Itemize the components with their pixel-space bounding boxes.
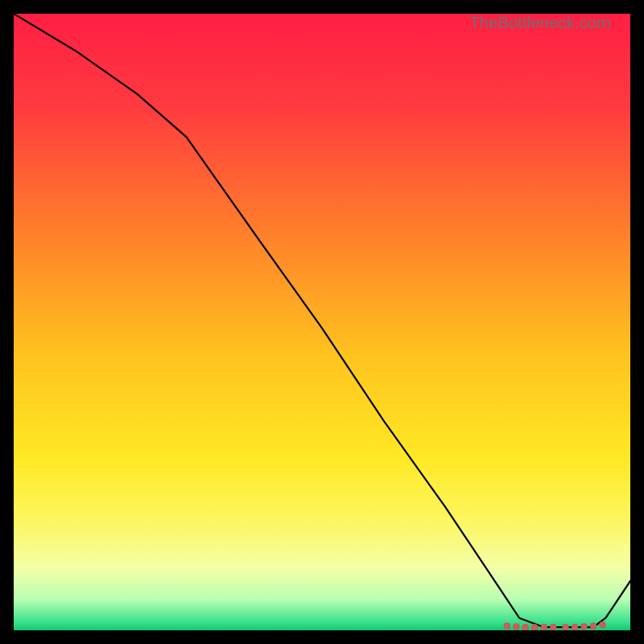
watermark-text: TheBottleneck.com	[469, 14, 610, 32]
svg-rect-0	[14, 14, 630, 630]
plot-area: TheBottleneck.com	[14, 14, 630, 630]
background-gradient	[14, 14, 630, 630]
